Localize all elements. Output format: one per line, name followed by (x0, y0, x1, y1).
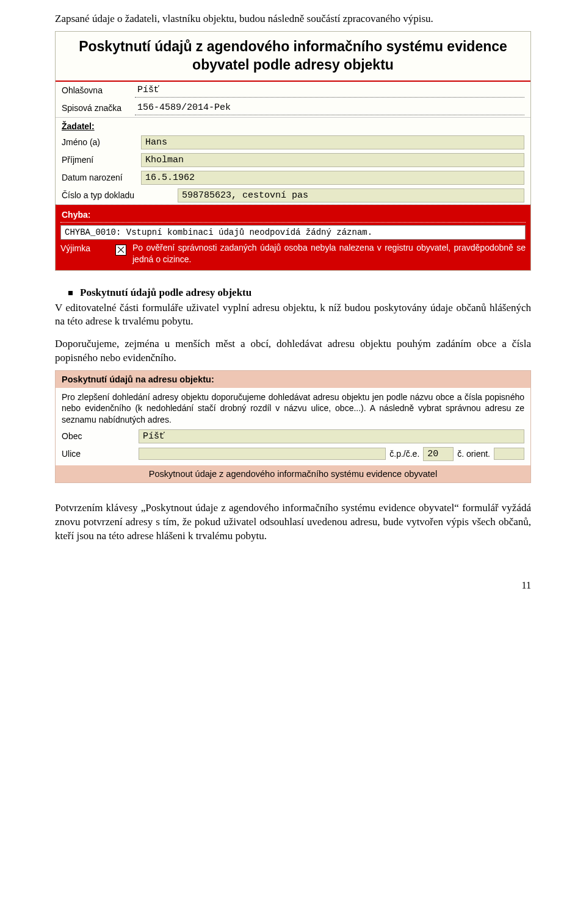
intro-paragraph: Zapsané údaje o žadateli, vlastníku obje… (55, 12, 531, 26)
paragraph-3: Potvrzením klávesy „Poskytnout údaje z a… (55, 501, 531, 543)
orient-label: č. orient. (457, 449, 490, 459)
bullet-text: Poskytnutí údajů podle adresy objektu (80, 287, 251, 299)
obec-label: Obec (62, 431, 135, 441)
jmeno-label: Jméno (a) (62, 137, 141, 147)
bullet-item: Poskytnutí údajů podle adresy objektu (55, 287, 531, 299)
vyjimka-label: Výjimka (60, 242, 109, 253)
ohlasovna-value[interactable]: Píšť (135, 84, 524, 98)
cp-input[interactable]: 20 (423, 447, 454, 461)
zadatel-section-head: Žadatel: (56, 117, 530, 134)
paragraph-1: V editovatelné části formuláře uživatel … (55, 301, 531, 329)
chyba-label: Chyba: (60, 209, 526, 223)
form-adresa-objektu: Poskytnutí údajů na adresu objektu: Pro … (55, 370, 531, 483)
datum-input[interactable]: 16.5.1962 (141, 171, 524, 185)
prijmeni-input[interactable]: Kholman (141, 153, 524, 167)
prijmeni-label: Příjmení (62, 155, 141, 165)
page-number: 11 (55, 543, 531, 591)
jmeno-input[interactable]: Hans (141, 135, 524, 149)
vyjimka-checkbox[interactable] (115, 245, 126, 256)
form2-info: Pro zlepšení dohledání adresy objektu do… (56, 388, 530, 428)
error-panel: Chyba: CHYBA_0010: Vstupní kombinaci úda… (56, 205, 530, 270)
form2-head: Poskytnutí údajů na adresu objektu: (56, 371, 530, 388)
obec-input[interactable]: Píšť (139, 429, 524, 443)
cp-label: č.p./č.e. (389, 449, 419, 459)
datum-label: Datum narození (62, 173, 141, 182)
spisova-value[interactable]: 156-4589/2014-Pek (135, 101, 524, 115)
submit-button[interactable]: Poskytnout údaje z agendového informační… (56, 465, 530, 482)
bullet-icon (68, 291, 73, 295)
doklad-label: Číslo a typ dokladu (62, 190, 141, 200)
ohlasovna-label: Ohlašovna (62, 85, 135, 95)
ulice-input[interactable] (139, 448, 386, 460)
vyjimka-text: Po ověření správnosti zadaných údajů oso… (132, 242, 526, 265)
paragraph-2: Doporučujeme, zejména u menších měst a o… (55, 337, 531, 365)
spisova-label: Spisová značka (62, 103, 135, 113)
chyba-message: CHYBA_0010: Vstupní kombinaci údajů neod… (60, 225, 526, 240)
form1-title: Poskytnutí údajů z agendového informační… (56, 32, 530, 81)
ulice-label: Ulice (62, 449, 135, 459)
form-poskytnuti-udaju: Poskytnutí údajů z agendového informační… (55, 31, 531, 271)
doklad-input[interactable]: 598785623, cestovní pas (178, 188, 524, 202)
orient-input[interactable] (494, 448, 524, 460)
